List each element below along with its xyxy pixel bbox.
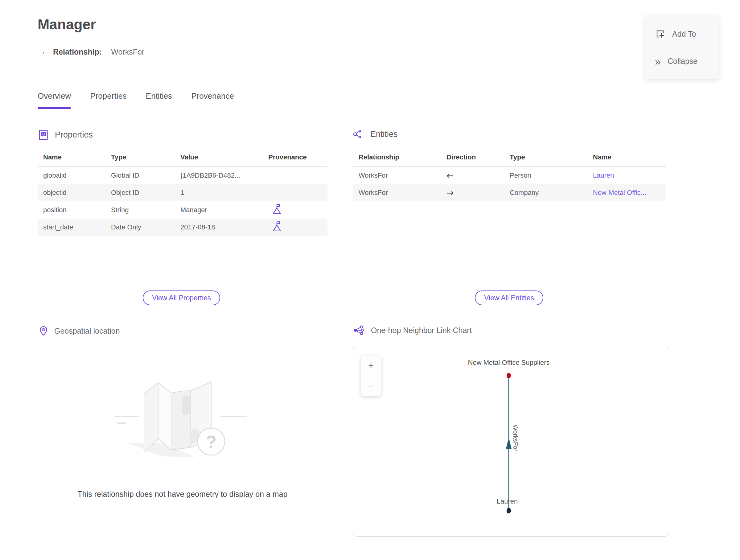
node-company-label: New Metal Office Suppliers bbox=[468, 359, 550, 367]
link-chart-section-header: One-hop Neighbor Link Chart bbox=[353, 325, 472, 335]
table-row: globalid Global ID {1A9DB2B6-D482... bbox=[37, 167, 328, 184]
geospatial-section-header: Geospatial location bbox=[39, 325, 120, 337]
link-chart-section-title: One-hop Neighbor Link Chart bbox=[371, 326, 472, 335]
provenance-flag-icon[interactable] bbox=[272, 221, 282, 232]
node-person-label: Lauren bbox=[497, 497, 518, 505]
breadcrumb: → Relationship: WorksFor bbox=[37, 47, 144, 57]
provenance-flag-icon[interactable] bbox=[272, 203, 282, 215]
floating-action-panel: Add To » Collapse bbox=[645, 16, 719, 79]
tab-entities[interactable]: Entities bbox=[146, 91, 172, 109]
properties-table: Name Type Value Provenance globalid Glob… bbox=[37, 148, 328, 236]
node-company-dot[interactable] bbox=[506, 373, 511, 378]
direction-right-arrow: → bbox=[441, 188, 504, 198]
view-all-entities-button[interactable]: View All Entities bbox=[475, 290, 543, 305]
double-chevron-icon: » bbox=[655, 56, 661, 67]
node-person-dot[interactable] bbox=[506, 508, 511, 514]
tab-provenance[interactable]: Provenance bbox=[191, 91, 234, 109]
entities-section-header: Entities bbox=[353, 129, 398, 139]
entities-icon bbox=[353, 129, 365, 139]
zoom-out-button[interactable]: − bbox=[361, 376, 381, 396]
zoom-control: + − bbox=[361, 356, 381, 396]
entities-section-title: Entities bbox=[370, 129, 398, 139]
edge-arrowhead-icon bbox=[506, 438, 512, 449]
table-row: WorksFor ← Person Lauren bbox=[353, 167, 666, 184]
direction-left-arrow: ← bbox=[441, 171, 504, 181]
properties-section-header: Properties bbox=[37, 129, 93, 141]
properties-icon bbox=[37, 129, 49, 141]
table-row: start_date Date Only 2017-08-18 bbox=[37, 219, 328, 236]
entities-table-header: Relationship Direction Type Name bbox=[353, 148, 666, 167]
edge-worksfor-label: WorksFor bbox=[512, 425, 519, 451]
entity-link[interactable]: Lauren bbox=[587, 172, 666, 179]
table-row: WorksFor → Company New Metal Offic... bbox=[353, 184, 666, 201]
page-title: Manager bbox=[37, 16, 96, 33]
relationship-details-page: Manager → Relationship: WorksFor Add To … bbox=[0, 0, 740, 560]
view-all-properties-button[interactable]: View All Properties bbox=[143, 290, 220, 305]
properties-section-title: Properties bbox=[55, 130, 93, 140]
add-to-icon bbox=[655, 29, 665, 39]
properties-table-header: Name Type Value Provenance bbox=[37, 148, 328, 167]
tab-overview[interactable]: Overview bbox=[37, 91, 71, 109]
collapse-button[interactable]: » Collapse bbox=[645, 56, 719, 67]
table-row: position String Manager bbox=[37, 201, 328, 219]
one-hop-link-chart-icon bbox=[353, 325, 365, 335]
relationship-label: Relationship: bbox=[53, 48, 102, 57]
add-to-button[interactable]: Add To bbox=[645, 29, 719, 39]
entity-link[interactable]: New Metal Offic... bbox=[587, 189, 666, 197]
question-mark-glyph: ? bbox=[206, 432, 216, 452]
relationship-arrow-icon: → bbox=[37, 47, 46, 57]
tab-properties[interactable]: Properties bbox=[90, 91, 127, 109]
relationship-type-value: WorksFor bbox=[111, 48, 144, 57]
link-chart-panel[interactable]: New Metal Office Suppliers Lauren WorksF… bbox=[353, 345, 669, 537]
map-placeholder-illustration: ? bbox=[109, 378, 258, 466]
no-geometry-message: This relationship does not have geometry… bbox=[37, 490, 328, 499]
table-row: objectid Object ID 1 bbox=[37, 184, 328, 201]
link-chart-graph bbox=[353, 345, 669, 536]
geospatial-section-title: Geospatial location bbox=[54, 326, 120, 336]
tab-bar: Overview Properties Entities Provenance bbox=[37, 91, 234, 109]
zoom-in-button[interactable]: + bbox=[361, 356, 381, 376]
map-pin-icon bbox=[39, 325, 48, 337]
entities-table: Relationship Direction Type Name WorksFo… bbox=[353, 148, 666, 201]
